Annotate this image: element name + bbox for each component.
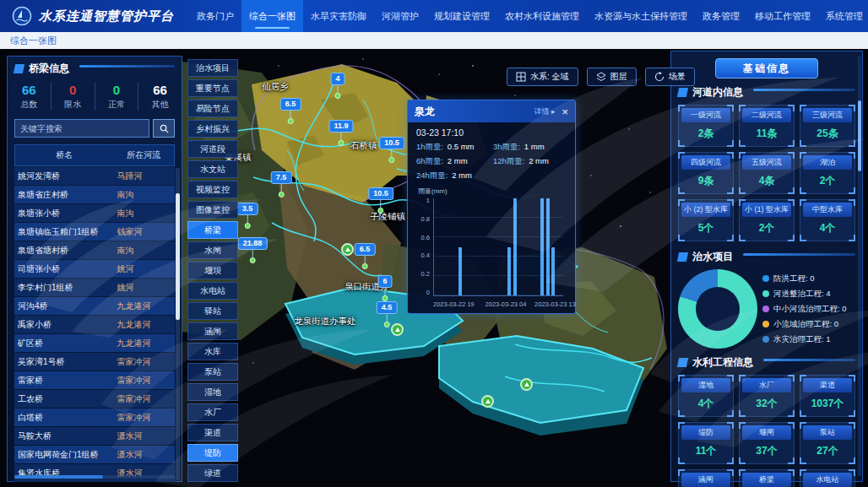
card-label: 二级河流: [742, 108, 791, 122]
bridge-info-panel: 桥梁信息 66 总数 0 限水 0: [7, 56, 182, 482]
map-marker[interactable]: 4: [330, 73, 344, 99]
layer-toggle[interactable]: 图像监控: [187, 201, 238, 219]
table-row[interactable]: 河沟4桥 九龙港河: [14, 297, 175, 315]
table-row[interactable]: 集贤水库桥 滠水河: [14, 464, 175, 482]
water-system-scope-button[interactable]: 水系: 全域: [507, 68, 578, 86]
layer-toggle[interactable]: 绿道: [187, 464, 238, 482]
detail-link[interactable]: 详情 ▸: [534, 106, 555, 117]
layer-toggle[interactable]: 湿地: [187, 383, 238, 401]
stat-label: 其他: [138, 99, 182, 111]
map-marker[interactable]: 10.5: [379, 137, 404, 163]
table-row[interactable]: 禹家小桥 九龙港河: [14, 316, 175, 333]
map-marker[interactable]: 6: [377, 275, 392, 301]
nav-item[interactable]: 系统管理: [818, 0, 868, 32]
table-horizontal-scrollbar[interactable]: [14, 475, 175, 479]
legend-dot: [762, 290, 769, 297]
layer-label: 堰坝: [204, 265, 221, 277]
layer-toggle[interactable]: 乡村振兴: [187, 120, 238, 138]
bridge-name-cell: 姚河发湾桥: [14, 167, 114, 185]
marker-value-badge: 7.5: [271, 171, 292, 184]
map-marker[interactable]: 10.5: [368, 187, 393, 214]
map-marker[interactable]: 7.5: [271, 171, 292, 198]
table-row[interactable]: 吴家湾1号桥 雷家冲河: [14, 353, 175, 371]
table-row[interactable]: 李学村门1组桥 姚河: [14, 279, 175, 296]
table-row[interactable]: 白塔桥 雷家冲河: [14, 409, 175, 426]
basic-info-panel: 基础信息 河道内信息 一级河流 2条 二级河流: [670, 51, 863, 482]
table-row[interactable]: 司塘张小桥 姚河: [14, 260, 175, 278]
legend-item: 小流域治理工程: 0: [762, 319, 847, 330]
panel-scrollbar[interactable]: [858, 57, 861, 476]
nav-item[interactable]: 政务门户: [189, 0, 241, 32]
layer-toggle[interactable]: 水厂: [187, 403, 238, 421]
scrollbar-thumb[interactable]: [14, 475, 103, 479]
nav-item[interactable]: 移动工作管理: [747, 0, 818, 32]
map-marker[interactable]: 6.5: [355, 243, 376, 269]
card-label: 堤防: [681, 425, 730, 440]
layer-toggle[interactable]: 驿站: [187, 302, 238, 320]
map-marker[interactable]: 11.9: [328, 120, 353, 146]
map-marker[interactable]: 21.88: [238, 237, 268, 263]
layer-toggle[interactable]: 水库: [187, 343, 238, 360]
layer-toggle[interactable]: 堰坝: [187, 262, 238, 279]
nav-item-label: 水资源与水土保持管理: [594, 10, 687, 23]
layer-toggle[interactable]: 重要节点: [187, 79, 238, 97]
layers-button[interactable]: 图层: [587, 68, 637, 86]
marker-value-badge: 4.5: [377, 301, 398, 314]
table-row[interactable]: 泉塘省庄村桥 南沟: [14, 186, 175, 203]
table-row[interactable]: 马鞍大桥 滠水河: [14, 427, 175, 445]
table-row[interactable]: 雷家桥 雷家冲河: [14, 371, 175, 389]
table-row[interactable]: 泉塘省塘村桥 南沟: [14, 241, 175, 259]
table-row[interactable]: 泉塘镇临玉粮门1组桥 钱家河: [14, 223, 175, 241]
table-row[interactable]: 国家电网荷金门1组桥 滠水河: [14, 446, 175, 463]
layer-toggle[interactable]: 视频监控: [187, 181, 238, 198]
nav-item[interactable]: 农村水利设施管理: [497, 0, 587, 32]
close-icon[interactable]: ×: [561, 106, 568, 117]
nav-item[interactable]: 综合一张图: [241, 0, 303, 32]
map-controls: 水系: 全域 图层 场景: [507, 68, 695, 86]
legend-dot: [762, 306, 769, 312]
nav-item[interactable]: 水资源与水土保持管理: [587, 0, 695, 32]
search-input[interactable]: [14, 119, 149, 138]
card-value: 4个: [803, 217, 852, 238]
marker-dot: [287, 118, 293, 124]
table-row[interactable]: 泉塘张小桥 南沟: [14, 204, 175, 222]
station-icon[interactable]: [520, 378, 533, 391]
search-button[interactable]: [153, 119, 175, 138]
layer-toggle[interactable]: 桥梁: [187, 221, 238, 239]
table-row[interactable]: 姚河发湾桥 马蹄河: [14, 167, 175, 185]
scrollbar-thumb[interactable]: [176, 193, 180, 320]
table-vertical-scrollbar[interactable]: [176, 168, 180, 480]
layer-toggle[interactable]: 河道段: [187, 140, 238, 158]
layer-toggle[interactable]: 泵站: [187, 363, 238, 381]
stat-card: 一级河流 2条: [678, 105, 734, 147]
layer-toggle[interactable]: 治水项目: [187, 59, 238, 77]
layer-toggle[interactable]: 易险节点: [187, 100, 238, 117]
layer-toggle[interactable]: 水电站: [187, 282, 238, 300]
map-marker[interactable]: 6.5: [280, 98, 301, 124]
layer-label: 渠道: [204, 427, 221, 439]
layer-toggle[interactable]: 渠道: [187, 424, 238, 441]
layer-label: 绿道: [204, 468, 221, 479]
map-marker[interactable]: 4.5: [377, 301, 398, 327]
basic-info-button[interactable]: 基础信息: [715, 58, 818, 78]
table-row[interactable]: 工农桥 雷家冲河: [14, 390, 175, 408]
nav-item[interactable]: 河湖管护: [374, 0, 426, 32]
nav-item[interactable]: 水旱灾害防御: [303, 0, 374, 32]
layer-toggle[interactable]: 涵闸: [187, 322, 238, 340]
nav-item[interactable]: 政务管理: [695, 0, 747, 32]
map-marker[interactable]: 3.5: [237, 203, 258, 229]
marker-stem: [247, 215, 247, 223]
table-row[interactable]: 矿区桥 九龙港河: [14, 334, 175, 352]
metric-label: 24h雨量:: [416, 170, 448, 180]
station-icon[interactable]: [481, 395, 494, 408]
layer-toggle[interactable]: 堤防: [187, 444, 238, 462]
nav-item[interactable]: 规划建设管理: [426, 0, 497, 32]
layer-label: 泵站: [204, 366, 221, 378]
scrollbar-thumb[interactable]: [858, 100, 861, 171]
layer-toggle[interactable]: 水文站: [187, 160, 238, 178]
station-icon[interactable]: [341, 243, 354, 256]
y-tick: 1: [426, 197, 430, 204]
scene-button[interactable]: 场景: [645, 68, 695, 86]
layers-icon: [596, 72, 606, 82]
layer-toggle[interactable]: 水闸: [187, 241, 238, 259]
